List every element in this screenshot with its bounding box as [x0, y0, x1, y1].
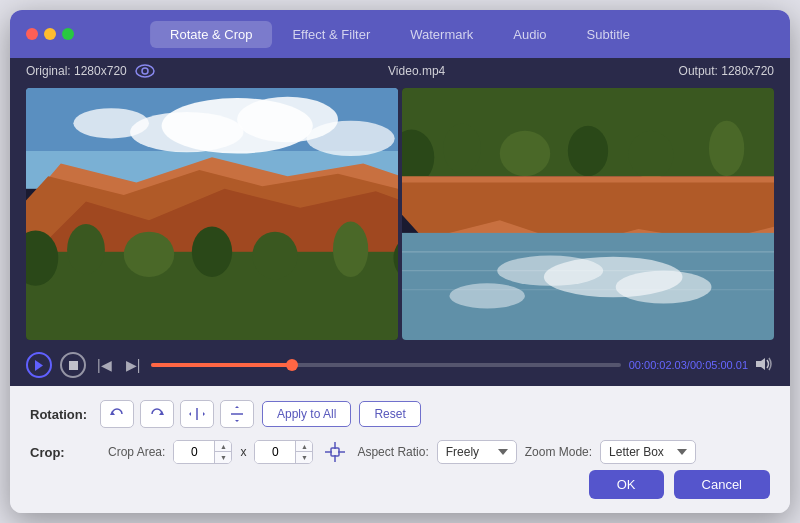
svg-point-18	[333, 222, 368, 277]
crop-label: Crop:	[30, 445, 100, 460]
svg-marker-53	[189, 412, 191, 416]
svg-marker-54	[203, 412, 205, 416]
preview-area	[10, 84, 790, 344]
next-frame-button[interactable]: ▶|	[123, 357, 144, 373]
svg-rect-48	[69, 361, 78, 370]
tab-bar: Rotate & Crop Effect & Filter Watermark …	[150, 21, 650, 48]
crop-width-input[interactable]	[174, 441, 214, 463]
svg-point-28	[500, 131, 550, 176]
ok-button[interactable]: OK	[589, 470, 664, 499]
main-window: Rotate & Crop Effect & Filter Watermark …	[10, 10, 790, 513]
svg-point-6	[130, 112, 243, 152]
original-preview	[26, 88, 398, 340]
output-resolution: Output: 1280x720	[679, 64, 774, 78]
rotation-buttons	[100, 400, 254, 428]
apply-to-all-button[interactable]: Apply to All	[262, 401, 351, 427]
minimize-button[interactable]	[44, 28, 56, 40]
video-info-bar: Original: 1280x720 Video.mp4 Output: 128…	[10, 58, 790, 84]
svg-marker-56	[235, 406, 239, 408]
tab-rotate-crop[interactable]: Rotate & Crop	[150, 21, 272, 48]
svg-point-1	[142, 68, 148, 74]
crop-height-group: ▲ ▼	[254, 440, 313, 464]
svg-rect-62	[331, 448, 339, 456]
eye-icon[interactable]	[135, 64, 155, 78]
svg-point-7	[307, 121, 395, 156]
aspect-ratio-select[interactable]: Freely 16:9 4:3 1:1	[437, 440, 517, 464]
tab-watermark[interactable]: Watermark	[390, 21, 493, 48]
svg-marker-47	[35, 360, 43, 371]
time-display: 00:00:02.03/00:05:00.01	[629, 359, 748, 371]
svg-point-27	[443, 123, 481, 173]
bottom-panel: Rotation:	[10, 386, 790, 513]
crop-area-label: Crop Area:	[108, 445, 165, 459]
original-info: Original: 1280x720	[26, 64, 155, 78]
svg-point-16	[192, 227, 232, 277]
svg-point-0	[136, 65, 154, 77]
cancel-button[interactable]: Cancel	[674, 470, 770, 499]
zoom-mode-label: Zoom Mode:	[525, 445, 592, 459]
progress-thumb	[286, 359, 298, 371]
rotate-right-button[interactable]	[140, 400, 174, 428]
output-preview	[402, 88, 774, 340]
crop-height-up[interactable]: ▲	[296, 441, 312, 452]
svg-point-14	[67, 224, 105, 274]
content-area: Original: 1280x720 Video.mp4 Output: 128…	[10, 58, 790, 386]
crop-height-down[interactable]: ▼	[296, 452, 312, 463]
svg-point-8	[73, 108, 149, 138]
original-resolution: Original: 1280x720	[26, 64, 127, 78]
flip-vertical-button[interactable]	[220, 400, 254, 428]
titlebar: Rotate & Crop Effect & Filter Watermark …	[10, 10, 790, 58]
crop-crosshair-button[interactable]	[321, 438, 349, 466]
filename: Video.mp4	[388, 64, 445, 78]
x-separator: x	[240, 445, 246, 459]
volume-icon[interactable]	[756, 357, 774, 374]
maximize-button[interactable]	[62, 28, 74, 40]
playback-controls: |◀ ▶| 00:00:02.03/00:05:00.01	[10, 344, 790, 386]
crop-row: Crop: Crop Area: ▲ ▼ x ▲ ▼	[30, 438, 770, 466]
aspect-ratio-label: Aspect Ratio:	[357, 445, 428, 459]
prev-frame-button[interactable]: |◀	[94, 357, 115, 373]
tab-subtitle[interactable]: Subtitle	[567, 21, 650, 48]
rotation-label: Rotation:	[30, 407, 100, 422]
svg-marker-49	[756, 358, 765, 370]
progress-track[interactable]	[151, 363, 620, 367]
close-button[interactable]	[26, 28, 38, 40]
stop-button[interactable]	[60, 352, 86, 378]
svg-point-29	[568, 126, 608, 176]
crop-width-up[interactable]: ▲	[215, 441, 231, 452]
rotate-left-button[interactable]	[100, 400, 134, 428]
reset-button[interactable]: Reset	[359, 401, 420, 427]
tab-audio[interactable]: Audio	[493, 21, 566, 48]
svg-point-31	[709, 121, 744, 176]
svg-point-30	[628, 131, 673, 179]
crop-width-group: ▲ ▼	[173, 440, 232, 464]
play-button[interactable]	[26, 352, 52, 378]
svg-point-17	[252, 232, 297, 280]
svg-point-15	[124, 232, 174, 277]
crop-width-down[interactable]: ▼	[215, 452, 231, 463]
flip-horizontal-button[interactable]	[180, 400, 214, 428]
progress-fill	[151, 363, 292, 367]
zoom-mode-select[interactable]: Letter Box Pan & Scan Full	[600, 440, 696, 464]
tab-effect-filter[interactable]: Effect & Filter	[272, 21, 390, 48]
rotation-row: Rotation:	[30, 400, 770, 428]
crop-height-input[interactable]	[255, 441, 295, 463]
traffic-lights	[26, 28, 74, 40]
footer-row: OK Cancel	[30, 470, 770, 499]
svg-point-39	[616, 271, 712, 304]
svg-point-41	[449, 283, 525, 308]
svg-marker-57	[235, 420, 239, 422]
